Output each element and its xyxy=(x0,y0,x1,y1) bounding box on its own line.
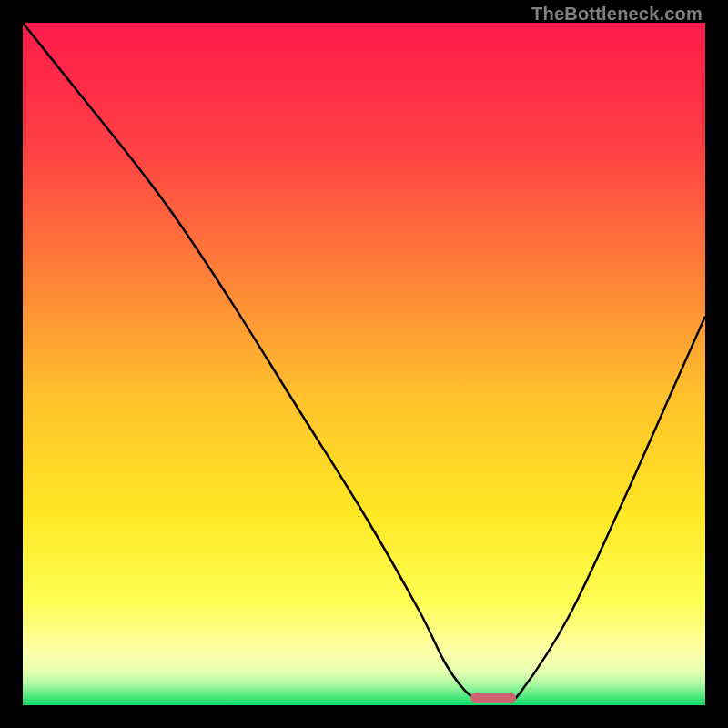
curve-layer xyxy=(23,23,705,705)
watermark-text: TheBottleneck.com xyxy=(531,4,703,25)
bottleneck-curve xyxy=(23,23,705,700)
plot-area xyxy=(23,23,705,705)
trough-marker xyxy=(470,693,516,703)
chart-frame: TheBottleneck.com xyxy=(0,0,728,728)
